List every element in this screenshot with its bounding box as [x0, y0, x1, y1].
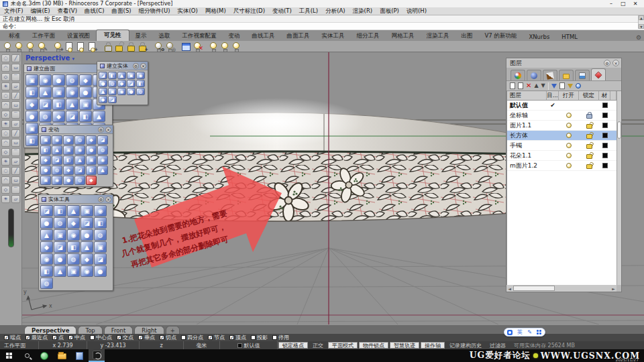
tool-icon[interactable]: ◆ — [63, 166, 74, 175]
ime-grid-icon[interactable] — [537, 330, 542, 335]
tool-icon[interactable]: ◍ — [67, 253, 80, 265]
layer-name[interactable]: 长方体 — [507, 131, 547, 140]
viewport-tab-Front[interactable]: Front — [104, 326, 133, 334]
layer-name[interactable]: 坐标轴 — [507, 111, 547, 120]
tool-icon[interactable]: ◧ — [136, 80, 145, 87]
panel-gear-icon[interactable]: ⚙ — [133, 63, 139, 69]
side-tool-icon[interactable]: ◠ — [1, 64, 10, 72]
lock-icon[interactable]: + — [137, 42, 147, 52]
panel-gear-icon[interactable]: ⚙ — [98, 127, 104, 133]
side-tool-icon[interactable]: ╱ — [11, 129, 20, 137]
lock-open-icon[interactable] — [586, 164, 592, 169]
filter-icon[interactable] — [551, 84, 557, 88]
layer-name[interactable]: 默认值 — [507, 101, 547, 110]
side-tool-icon[interactable]: ◇ — [1, 186, 10, 194]
tool-icon[interactable]: ◆ — [86, 176, 97, 185]
tool-icon[interactable]: ◆ — [80, 253, 93, 265]
status-toggle-智慧轨迹[interactable]: 智慧轨迹 — [390, 342, 419, 349]
tool-icon[interactable]: ● — [86, 145, 97, 155]
new-sublayer-icon[interactable] — [518, 82, 523, 89]
tools-filter-icon[interactable] — [568, 84, 573, 88]
tool-icon[interactable]: ◧ — [86, 166, 97, 175]
layer-visibility-cell[interactable] — [559, 123, 579, 128]
tool-icon[interactable]: ● — [40, 166, 51, 175]
layer-color-cell[interactable] — [599, 113, 610, 118]
doc-icon[interactable] — [64, 42, 74, 52]
toolbar-tab[interactable]: V7 的新功能 — [479, 31, 523, 41]
bulb-icon[interactable] — [566, 113, 572, 118]
toolbar-tab[interactable]: 渲染工具 — [421, 31, 455, 41]
tool-icon[interactable]: ◧ — [40, 265, 53, 277]
status-toggle-锁定格点[interactable]: 锁定格点 — [278, 342, 308, 349]
layer-visibility-cell[interactable] — [559, 153, 579, 158]
osnap-顶点[interactable]: ✓顶点 — [229, 334, 246, 341]
osnap-交点[interactable]: ✓交点 — [117, 334, 133, 341]
tool-icon[interactable]: ◍ — [40, 278, 53, 289]
tool-icon[interactable]: ▲ — [54, 265, 66, 277]
tool-icon[interactable]: ◧ — [94, 217, 107, 229]
menu-item-文件(F)[interactable]: 文件(F) — [4, 7, 23, 15]
tool-icon[interactable]: ◆ — [52, 111, 65, 122]
checkbox-icon[interactable] — [272, 335, 277, 340]
tool-icon[interactable]: ◆ — [79, 74, 92, 86]
column-header-锁定[interactable]: 锁定 — [579, 91, 599, 100]
layers-vscroll[interactable] — [616, 91, 621, 285]
osnap-切点[interactable]: ✓切点 — [160, 334, 176, 341]
tool-icon[interactable]: ● — [54, 253, 66, 265]
tool-icon[interactable]: ◧ — [63, 156, 74, 165]
menu-item-说明(H)[interactable]: 说明(H) — [407, 7, 427, 15]
panel-close-icon[interactable]: ✕ — [612, 60, 619, 66]
tool-icon[interactable]: ◪ — [39, 99, 52, 110]
tool-icon[interactable]: ◪ — [97, 135, 108, 145]
bulb-icon[interactable] — [566, 153, 572, 158]
layer-row[interactable]: m面片1.2 — [507, 161, 616, 171]
side-tool-icon[interactable]: ◌ — [1, 54, 10, 62]
layers-hscroll[interactable]: ◄► — [506, 285, 616, 292]
side-tool-icon[interactable]: ▱ — [11, 158, 20, 166]
layer-row[interactable]: 默认值✔ — [507, 101, 616, 111]
tool-icon[interactable]: ◉ — [80, 265, 93, 277]
move-down-icon[interactable]: ▼ — [541, 82, 545, 89]
checkbox-icon[interactable]: ✓ — [208, 335, 213, 340]
taskbar-app-button[interactable] — [71, 349, 87, 362]
tool-icon[interactable]: ◆ — [40, 156, 51, 165]
tool-icon[interactable]: ◪ — [108, 96, 117, 103]
tool-icon[interactable]: ◍ — [74, 176, 85, 185]
tool-icon[interactable]: ◪ — [127, 80, 136, 87]
layer-color-cell[interactable] — [599, 103, 610, 108]
side-tool-icon[interactable]: ◇ — [1, 111, 10, 119]
move-up-icon[interactable]: ▲ — [534, 82, 538, 89]
vscroll-thumb[interactable] — [617, 121, 621, 139]
ime-toolbar[interactable]: 英 ✎ — [504, 328, 545, 337]
layer-color-swatch[interactable] — [602, 113, 608, 118]
tool-icon[interactable]: ▣ — [127, 72, 136, 79]
panel-tab-sphere[interactable] — [527, 70, 541, 80]
chevron-down-icon[interactable]: ▾ — [72, 56, 74, 62]
tool-icon[interactable]: ● — [80, 229, 93, 241]
tool-icon[interactable]: ● — [127, 88, 136, 95]
toolbar-tab[interactable]: 变动 — [223, 31, 246, 41]
layer-color-swatch[interactable] — [602, 103, 608, 108]
osnap-四分点[interactable]: 四分点 — [181, 334, 203, 341]
ime-logo-icon[interactable] — [507, 330, 513, 335]
ime-pen-icon[interactable]: ✎ — [527, 329, 532, 335]
tool-icon[interactable]: ◍ — [108, 80, 117, 87]
tool-icon[interactable]: ● — [63, 135, 74, 145]
viewport-tab-+[interactable]: + — [166, 326, 180, 334]
osnap-垂点[interactable]: ✓垂点 — [138, 334, 155, 341]
toolbar-tab[interactable]: 曲面工具 — [281, 31, 316, 41]
checkbox-icon[interactable]: ✓ — [229, 335, 234, 340]
tool-icon[interactable]: ▣ — [80, 205, 93, 217]
tool-icon[interactable]: ● — [25, 111, 38, 122]
tool-icon[interactable]: ▣ — [40, 176, 51, 185]
viewport-tab-Top[interactable]: Top — [78, 326, 102, 334]
layer-name[interactable]: 花朵1.1 — [507, 152, 547, 160]
osnap-最近点[interactable]: ✓最近点 — [25, 334, 48, 341]
checkbox-icon[interactable]: ✓ — [160, 335, 164, 340]
side-tool-icon[interactable]: ◌ — [1, 167, 10, 175]
toolbar-tab[interactable]: 出图 — [455, 31, 479, 41]
side-tool-icon[interactable]: ◠ — [1, 176, 10, 184]
tool-icon[interactable]: ◧ — [67, 241, 80, 253]
toolbar-tab[interactable]: 可见性 — [96, 29, 129, 41]
tool-icon[interactable]: ◍ — [52, 166, 62, 175]
